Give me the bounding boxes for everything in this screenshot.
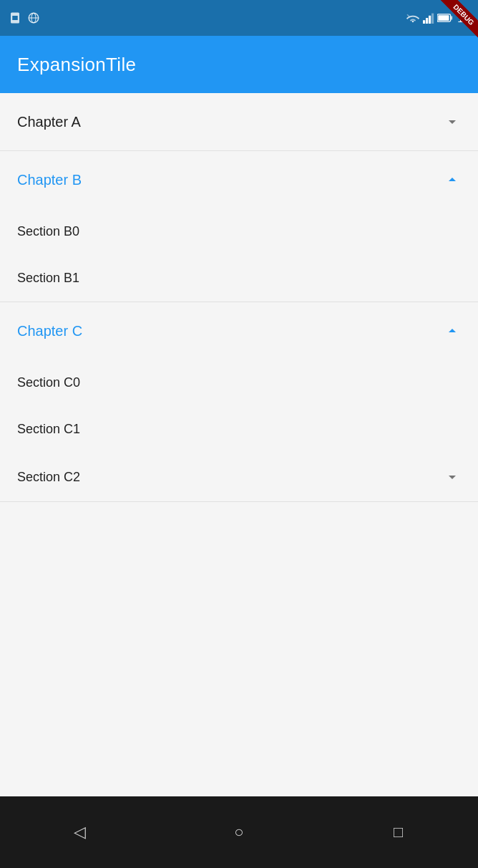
recent-icon: □ [394,823,403,842]
app-bar-title: ExpansionTile [17,54,136,76]
chapter-b-chevron-up-icon [444,171,461,188]
home-icon: ○ [234,823,243,842]
sim-icon [9,11,21,24]
chapter-c-body: Section C0 Section C1 Section C2 [0,360,478,501]
home-button[interactable]: ○ [218,811,260,854]
globe-icon [27,11,40,24]
chapter-b-body: Section B0 Section B1 [0,208,478,302]
wifi-icon [406,12,420,24]
chapter-a-header[interactable]: Chapter A [0,93,478,150]
svg-rect-6 [423,20,425,24]
chapter-b-title: Chapter B [17,172,82,188]
chapter-c-tile: Chapter C Section C0 Section C1 Section … [0,302,478,502]
svg-rect-7 [426,18,428,24]
section-b1-item[interactable]: Section B1 [0,255,478,302]
status-bar-right: 10 [406,12,469,24]
empty-space [0,502,478,796]
chapter-a-title: Chapter A [17,114,81,130]
section-c1-item[interactable]: Section C1 [0,406,478,453]
bottom-nav: ◁ ○ □ [0,796,478,868]
chapter-c-header[interactable]: Chapter C [0,302,478,360]
back-icon: ◁ [74,823,86,842]
svg-rect-8 [429,16,431,24]
section-b0-item[interactable]: Section B0 [0,208,478,255]
svg-rect-11 [451,16,453,19]
app-bar: ExpansionTile [0,36,478,93]
svg-rect-9 [431,14,434,24]
chapter-c-chevron-up-icon [444,322,461,339]
battery-icon [437,13,453,23]
phone-frame: 10 ExpansionTile Chapter A Chapter B [0,0,478,868]
section-c2-title: Section C2 [17,470,80,485]
chapter-a-tile: Chapter A [0,93,478,151]
recent-button[interactable]: □ [377,811,420,854]
status-bar: 10 [0,0,478,36]
section-c2-row[interactable]: Section C2 [0,453,478,501]
chapter-c-title: Chapter C [17,323,82,339]
status-bar-left [9,11,40,24]
back-button[interactable]: ◁ [58,811,101,854]
section-c0-item[interactable]: Section C0 [0,360,478,406]
content-area: Chapter A Chapter B Section B0 Section B… [0,93,478,796]
chapter-b-header[interactable]: Chapter B [0,151,478,208]
chapter-b-tile: Chapter B Section B0 Section B1 [0,151,478,302]
svg-rect-1 [12,16,18,20]
status-time: 10 [457,12,469,24]
signal-icon [423,12,434,24]
chapter-a-chevron-down-icon [444,113,461,130]
section-c2-chevron-down-icon [444,468,461,486]
svg-rect-12 [439,15,449,21]
